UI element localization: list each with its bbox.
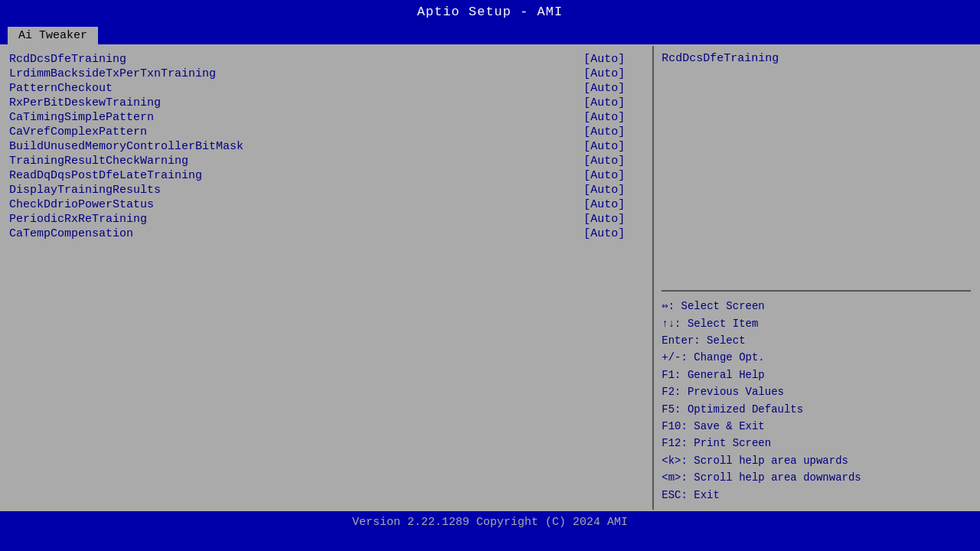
table-row[interactable]: RcdDcsDfeTraining[Auto] — [9, 52, 645, 67]
key-hint: F2: Previous Values — [662, 383, 971, 400]
footer-text: Version 2.22.1289 Copyright (C) 2024 AMI — [352, 516, 628, 529]
setting-name: CaTimingSimplePattern — [9, 111, 154, 124]
setting-value: [Auto] — [583, 126, 645, 139]
key-hint: <k>: Scroll help area upwards — [662, 452, 971, 469]
setting-name: RxPerBitDeskewTraining — [9, 96, 161, 109]
setting-value: [Auto] — [583, 184, 645, 197]
key-hint: ⇔: Select Screen — [662, 298, 971, 315]
table-row[interactable]: PeriodicRxReTraining[Auto] — [9, 212, 645, 227]
table-row[interactable]: CaTempCompensation[Auto] — [9, 227, 645, 241]
footer: Version 2.22.1289 Copyright (C) 2024 AMI — [0, 511, 980, 533]
setting-name: CheckDdrioPowerStatus — [9, 198, 154, 211]
setting-value: [Auto] — [583, 155, 645, 168]
table-row[interactable]: CaTimingSimplePattern[Auto] — [9, 110, 645, 125]
key-hint: F12: Print Screen — [662, 435, 971, 452]
key-hints: ⇔: Select Screen↑↓: Select ItemEnter: Se… — [662, 298, 971, 504]
table-row[interactable]: RxPerBitDeskewTraining[Auto] — [9, 96, 645, 110]
setting-value: [Auto] — [583, 140, 645, 153]
main-content: RcdDcsDfeTraining[Auto]LrdimmBacksideTxP… — [0, 44, 980, 511]
setting-value: [Auto] — [583, 227, 645, 240]
setting-value: [Auto] — [583, 96, 645, 109]
key-hint: <m>: Scroll help area downwards — [662, 469, 971, 486]
setting-name: BuildUnusedMemoryControllerBitMask — [9, 140, 243, 153]
setting-value: [Auto] — [583, 213, 645, 226]
setting-name: LrdimmBacksideTxPerTxnTraining — [9, 67, 216, 80]
table-row[interactable]: CheckDdrioPowerStatus[Auto] — [9, 197, 645, 212]
setting-value: [Auto] — [583, 169, 645, 182]
setting-name: PatternCheckout — [9, 82, 113, 95]
setting-name: RcdDcsDfeTraining — [9, 53, 126, 66]
key-hint: ESC: Exit — [662, 487, 971, 504]
left-panel: RcdDcsDfeTraining[Auto]LrdimmBacksideTxP… — [2, 46, 654, 510]
table-row[interactable]: DisplayTrainingResults[Auto] — [9, 183, 645, 197]
setting-name: ReadDqDqsPostDfeLateTraining — [9, 169, 202, 182]
key-hint: ↑↓: Select Item — [662, 315, 971, 332]
table-row[interactable]: ReadDqDqsPostDfeLateTraining[Auto] — [9, 168, 645, 183]
key-hint: F10: Save & Exit — [662, 418, 971, 435]
setting-value: [Auto] — [583, 198, 645, 211]
table-row[interactable]: PatternCheckout[Auto] — [9, 81, 645, 96]
setting-value: [Auto] — [583, 82, 645, 95]
table-row[interactable]: BuildUnusedMemoryControllerBitMask[Auto] — [9, 139, 645, 154]
key-hint: F1: General Help — [662, 367, 971, 383]
key-hint: Enter: Select — [662, 332, 971, 349]
right-panel: RcdDcsDfeTraining ⇔: Select Screen↑↓: Se… — [654, 46, 978, 510]
tab-bar: Ai Tweaker — [0, 24, 980, 44]
setting-name: TrainingResultCheckWarning — [9, 155, 188, 168]
header-title: Aptio Setup - AMI — [0, 0, 980, 24]
setting-name: CaTempCompensation — [9, 227, 133, 240]
tab-ai-tweaker[interactable]: Ai Tweaker — [8, 27, 98, 44]
app-title: Aptio Setup - AMI — [417, 5, 563, 19]
help-title: RcdDcsDfeTraining — [662, 52, 971, 65]
key-hint: +/-: Change Opt. — [662, 349, 971, 366]
setting-name: PeriodicRxReTraining — [9, 213, 147, 226]
setting-value: [Auto] — [583, 111, 645, 124]
setting-name: DisplayTrainingResults — [9, 184, 161, 197]
table-row[interactable]: CaVrefComplexPattern[Auto] — [9, 125, 645, 139]
setting-value: [Auto] — [583, 53, 645, 66]
setting-name: CaVrefComplexPattern — [9, 126, 147, 139]
key-hint: F5: Optimized Defaults — [662, 401, 971, 418]
table-row[interactable]: TrainingResultCheckWarning[Auto] — [9, 154, 645, 168]
table-row[interactable]: LrdimmBacksideTxPerTxnTraining[Auto] — [9, 67, 645, 81]
help-divider — [662, 290, 971, 292]
setting-value: [Auto] — [583, 67, 645, 80]
